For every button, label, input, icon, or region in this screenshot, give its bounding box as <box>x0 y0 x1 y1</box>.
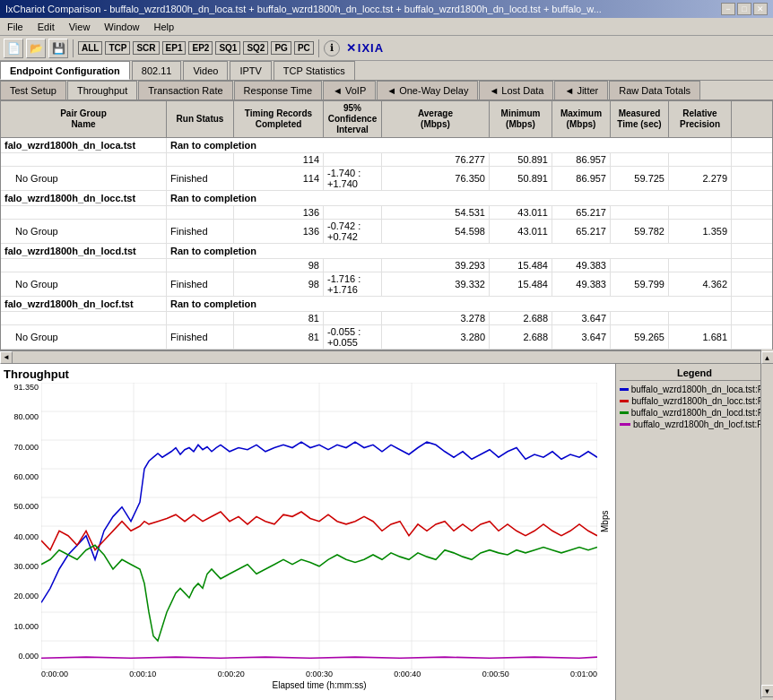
table-row: falo_wzrd1800h_dn_locc.tst Ran to comple… <box>1 191 772 206</box>
legend-label-4: buffalo_wzrd1800h_dn_locf.tst:P... <box>633 419 769 429</box>
legend-area: Legend buffalo_wzrd1800h_dn_loca.tst:F..… <box>616 364 773 435</box>
tab-jitter[interactable]: ◄ Jitter <box>554 81 608 99</box>
avg-4b: 3.280 <box>382 325 490 349</box>
y-label-6: 60.000 <box>13 472 39 481</box>
scroll-up-button[interactable]: ▲ <box>761 351 774 364</box>
maximize-button[interactable]: □ <box>737 3 751 15</box>
tag-scr[interactable]: SCR <box>133 41 159 55</box>
menu-window[interactable]: Window <box>100 21 143 33</box>
open-button[interactable]: 📂 <box>26 39 46 58</box>
nogroup-1: No Group <box>1 167 167 190</box>
prec-2b: 1.359 <box>669 220 732 243</box>
tab-transaction-rate[interactable]: Transaction Rate <box>138 81 232 99</box>
table-scrollbar[interactable]: ◄ ► <box>0 350 773 363</box>
menu-view[interactable]: View <box>65 21 94 33</box>
scroll-left-button[interactable]: ◄ <box>0 351 13 364</box>
empty-7 <box>1 312 167 324</box>
empty-2 <box>167 153 234 166</box>
tag-all[interactable]: ALL <box>78 41 102 55</box>
close-button[interactable]: ✕ <box>753 3 768 15</box>
data-table-area: Pair GroupName Run Status Timing Records… <box>0 100 773 350</box>
new-button[interactable]: 📄 <box>4 39 23 58</box>
filename-3: falo_wzrd1800h_dn_locd.tst <box>1 244 167 258</box>
chart-title: Throughput <box>4 367 612 381</box>
time-4b: 59.265 <box>611 325 669 349</box>
tag-ep2[interactable]: EP2 <box>188 41 213 55</box>
table-row: falo_wzrd1800h_dn_locf.tst Ran to comple… <box>1 297 772 312</box>
tab-one-way-delay[interactable]: ◄ One-Way Delay <box>377 81 478 99</box>
table-row: 114 76.277 50.891 86.957 <box>1 153 772 167</box>
scroll-thumb-v[interactable] <box>761 364 774 685</box>
empty-8 <box>167 312 234 324</box>
timing-4b: 81 <box>234 325 324 349</box>
tab-lost-data[interactable]: ◄ Lost Data <box>479 81 553 99</box>
x-label-6: 0:01:00 <box>570 670 597 678</box>
col-timing-records: Timing RecordsCompleted <box>234 101 324 137</box>
tag-pc[interactable]: PC <box>294 41 314 55</box>
x-label-2: 0:00:20 <box>218 670 245 678</box>
tab-response-time[interactable]: Response Time <box>234 81 322 99</box>
conf-2a <box>324 206 382 219</box>
avg-1a: 76.277 <box>382 153 490 166</box>
time-2a <box>611 206 669 219</box>
chart-content: 91.350 80.000 70.000 60.000 50.000 40.00… <box>4 383 612 661</box>
tab-tcp-stats[interactable]: TCP Statistics <box>274 61 355 80</box>
tab-voip[interactable]: ◄ VoIP <box>323 81 376 99</box>
table-row: 136 54.531 43.011 65.217 <box>1 206 772 220</box>
tag-sq1[interactable]: SQ1 <box>215 41 240 55</box>
tab-throughput[interactable]: Throughput <box>67 81 137 99</box>
legend-color-2 <box>620 400 629 402</box>
tab-video[interactable]: Video <box>183 61 228 80</box>
col-measured-time: MeasuredTime (sec) <box>611 101 669 137</box>
legend-color-3 <box>620 411 629 414</box>
menu-help[interactable]: Help <box>150 21 178 33</box>
menu-file[interactable]: File <box>4 21 27 33</box>
min-1b: 50.891 <box>490 167 552 190</box>
time-2b: 59.782 <box>611 220 669 243</box>
info-button[interactable]: ℹ <box>324 40 340 56</box>
tag-sq2[interactable]: SQ2 <box>243 41 268 55</box>
tab-row-2: Test Setup Throughput Transaction Rate R… <box>0 81 773 100</box>
max-1a: 86.957 <box>552 153 611 166</box>
empty-4 <box>167 206 234 219</box>
min-1a: 50.891 <box>490 153 552 166</box>
min-3a: 15.484 <box>490 259 552 272</box>
tag-ep1[interactable]: EP1 <box>162 41 187 55</box>
window-controls: − □ ✕ <box>721 3 768 15</box>
ixia-logo: ✕ IXIA <box>346 41 384 55</box>
table-row: No Group Finished 98 -1.716 : +1.716 39.… <box>1 272 772 297</box>
scroll-track[interactable] <box>13 354 760 361</box>
legend-item-4: buffalo_wzrd1800h_dn_locf.tst:P... <box>620 419 769 429</box>
legend-item-2: buffalo_wzrd1800h_dn_locc.tst:F... <box>620 396 769 406</box>
status-2: Ran to completion <box>167 191 732 205</box>
prec-2a <box>669 206 732 219</box>
avg-4a: 3.278 <box>382 312 490 324</box>
legend-item-3: buffalo_wzrd1800h_dn_locd.tst:F... <box>620 408 769 418</box>
tag-pg[interactable]: PG <box>271 41 291 55</box>
chart-area: Throughput 91.350 80.000 70.000 60.000 5… <box>0 364 616 700</box>
tag-tcp[interactable]: TCP <box>105 41 130 55</box>
tab-test-setup[interactable]: Test Setup <box>0 81 66 99</box>
finished-4: Finished <box>167 325 234 349</box>
menu-edit[interactable]: Edit <box>34 21 58 33</box>
prec-3a <box>669 259 732 272</box>
legend-title: Legend <box>620 367 769 381</box>
scroll-down-button[interactable]: ▼ <box>761 685 774 697</box>
prec-1b: 2.279 <box>669 167 732 190</box>
minimize-button[interactable]: − <box>721 3 735 15</box>
conf-4b: -0.055 : +0.055 <box>324 325 382 349</box>
tab-raw-data[interactable]: Raw Data Totals <box>609 81 700 99</box>
tab-iptv[interactable]: IPTV <box>230 61 271 80</box>
vertical-scrollbar[interactable]: ▲ ▼ <box>760 350 773 699</box>
empty-5 <box>1 259 167 272</box>
x-label-1: 0:00:10 <box>129 670 156 678</box>
tab-80211[interactable]: 802.11 <box>132 61 182 80</box>
avg-2a: 54.531 <box>382 206 490 219</box>
tab-endpoint-config[interactable]: Endpoint Configuration <box>0 61 130 80</box>
table-header: Pair GroupName Run Status Timing Records… <box>1 101 772 138</box>
x-label-0: 0:00:00 <box>41 670 68 678</box>
legend-label-3: buffalo_wzrd1800h_dn_locd.tst:F... <box>631 408 769 418</box>
col-confidence: 95% ConfidenceInterval <box>324 101 382 137</box>
table-row: No Group Finished 136 -0.742 : +0.742 54… <box>1 220 772 244</box>
save-button[interactable]: 💾 <box>48 39 68 58</box>
